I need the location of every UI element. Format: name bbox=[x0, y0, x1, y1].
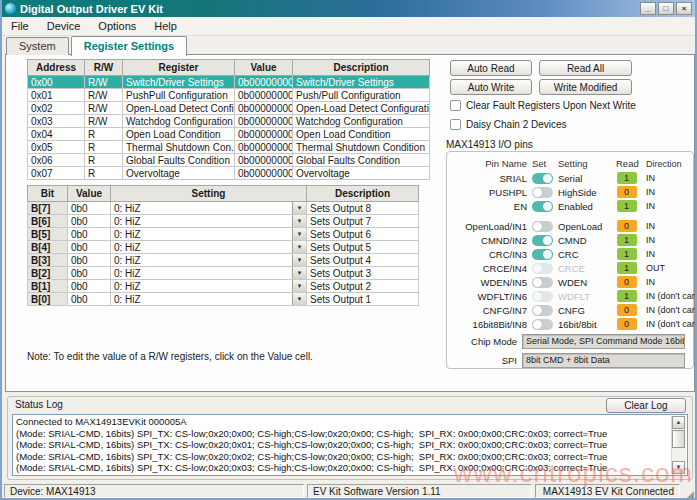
cell-bit-value[interactable]: 0b0 bbox=[68, 280, 111, 293]
setting-combobox[interactable]: 0: HiZ▼ bbox=[111, 202, 306, 214]
cell-bit-value[interactable]: 0b0 bbox=[68, 241, 111, 254]
setting-combobox[interactable]: 0: HiZ▼ bbox=[111, 280, 306, 292]
register-row[interactable]: 0x07ROvervoltage0b00000000Overvoltage bbox=[28, 167, 430, 180]
pin-toggle[interactable] bbox=[532, 235, 553, 246]
cell-value[interactable]: 0b00000000 bbox=[235, 115, 293, 128]
auto-read-button[interactable]: Auto Read bbox=[450, 60, 532, 76]
cell-register[interactable]: Watchdog Configuration bbox=[123, 115, 235, 128]
cell-register[interactable]: Thermal Shutdown Con... bbox=[123, 141, 235, 154]
chevron-down-icon[interactable]: ▼ bbox=[292, 202, 306, 214]
cell-value[interactable]: 0b00000000 bbox=[235, 128, 293, 141]
cell-description[interactable]: Global Faults Condition bbox=[293, 154, 430, 167]
register-row[interactable]: 0x00R/WSwitch/Driver Settings0b00000000S… bbox=[28, 76, 430, 89]
cell-description[interactable]: Push/Pull Configuration bbox=[293, 89, 430, 102]
cell-description[interactable]: Thermal Shutdown Condition bbox=[293, 141, 430, 154]
title-bar[interactable]: Digital Output Driver EV Kit _ □ × bbox=[2, 0, 695, 17]
auto-write-button[interactable]: Auto Write bbox=[450, 79, 532, 95]
setting-combobox[interactable]: 0: HiZ▼ bbox=[111, 293, 306, 305]
status-log-box[interactable]: Connected to MAX14913EVKit 000005A (Mode… bbox=[12, 414, 688, 476]
read-all-button[interactable]: Read All bbox=[539, 60, 632, 76]
register-row[interactable]: 0x05RThermal Shutdown Con...0b00000000Th… bbox=[28, 141, 430, 154]
cell-rw[interactable]: R bbox=[85, 128, 123, 141]
cell-bit-value[interactable]: 0b0 bbox=[68, 254, 111, 267]
cell-rw[interactable]: R/W bbox=[85, 115, 123, 128]
pin-toggle[interactable] bbox=[532, 277, 553, 288]
register-row[interactable]: 0x03R/WWatchdog Configuration0b00000000W… bbox=[28, 115, 430, 128]
chevron-down-icon[interactable]: ▼ bbox=[292, 293, 306, 305]
scroll-down-icon[interactable]: ▼ bbox=[672, 461, 685, 474]
chevron-down-icon[interactable]: ▼ bbox=[292, 280, 306, 292]
cell-address[interactable]: 0x01 bbox=[28, 89, 85, 102]
cell-description[interactable]: Open-Load Detect Configuration bbox=[293, 102, 430, 115]
cell-address[interactable]: 0x03 bbox=[28, 115, 85, 128]
menu-file[interactable]: File bbox=[2, 18, 38, 34]
cell-bit-value[interactable]: 0b0 bbox=[68, 267, 111, 280]
clear-log-button[interactable]: Clear Log bbox=[606, 398, 686, 413]
chevron-down-icon[interactable]: ▼ bbox=[292, 215, 306, 227]
pin-toggle[interactable] bbox=[532, 201, 553, 212]
pin-toggle[interactable] bbox=[532, 319, 553, 330]
cell-value[interactable]: 0b00000000 bbox=[235, 89, 293, 102]
setting-combobox[interactable]: 0: HiZ▼ bbox=[111, 267, 306, 279]
cell-address[interactable]: 0x05 bbox=[28, 141, 85, 154]
setting-combobox[interactable]: 0: HiZ▼ bbox=[111, 215, 306, 227]
setting-combobox[interactable]: 0: HiZ▼ bbox=[111, 241, 306, 253]
resize-grip[interactable]: ◢ bbox=[681, 483, 695, 499]
tab-system[interactable]: System bbox=[6, 37, 69, 55]
cell-bit-value[interactable]: 0b0 bbox=[68, 293, 111, 306]
register-row[interactable]: 0x06RGlobal Faults Condition0b00000000Gl… bbox=[28, 154, 430, 167]
menu-help[interactable]: Help bbox=[145, 18, 186, 34]
cell-value[interactable]: 0b00000000 bbox=[235, 76, 293, 89]
cell-value[interactable]: 0b00000000 bbox=[235, 154, 293, 167]
chevron-down-icon[interactable]: ▼ bbox=[292, 228, 306, 240]
cell-description[interactable]: Open Load Condition bbox=[293, 128, 430, 141]
cell-rw[interactable]: R/W bbox=[85, 89, 123, 102]
chevron-down-icon[interactable]: ▼ bbox=[292, 267, 306, 279]
menu-device[interactable]: Device bbox=[38, 18, 90, 34]
cell-register[interactable]: Global Faults Condition bbox=[123, 154, 235, 167]
scrollbar-thumb[interactable] bbox=[672, 430, 685, 448]
clear-fault-checkbox[interactable] bbox=[450, 100, 461, 111]
pin-toggle[interactable] bbox=[532, 221, 553, 232]
cell-register[interactable]: Switch/Driver Settings bbox=[123, 76, 235, 89]
minimize-button[interactable]: _ bbox=[640, 2, 656, 15]
chevron-down-icon[interactable]: ▼ bbox=[292, 254, 306, 266]
setting-combobox[interactable]: 0: HiZ▼ bbox=[111, 228, 306, 240]
pin-toggle[interactable] bbox=[532, 249, 553, 260]
cell-rw[interactable]: R bbox=[85, 167, 123, 180]
cell-description[interactable]: Overvoltage bbox=[293, 167, 430, 180]
cell-address[interactable]: 0x07 bbox=[28, 167, 85, 180]
cell-rw[interactable]: R/W bbox=[85, 102, 123, 115]
cell-register[interactable]: Open-Load Detect Confi... bbox=[123, 102, 235, 115]
cell-bit-value[interactable]: 0b0 bbox=[68, 202, 111, 215]
cell-bit-value[interactable]: 0b0 bbox=[68, 228, 111, 241]
cell-address[interactable]: 0x02 bbox=[28, 102, 85, 115]
cell-rw[interactable]: R bbox=[85, 154, 123, 167]
cell-description[interactable]: Switch/Driver Settings bbox=[293, 76, 430, 89]
register-row[interactable]: 0x01R/WPushPull Configuration0b00000000P… bbox=[28, 89, 430, 102]
log-scrollbar[interactable]: ▲ ▼ bbox=[671, 416, 686, 474]
register-row[interactable]: 0x04ROpen Load Condition0b00000000Open L… bbox=[28, 128, 430, 141]
tab-register-settings[interactable]: Register Settings bbox=[71, 36, 187, 56]
write-modified-button[interactable]: Write Modified bbox=[539, 79, 632, 95]
cell-register[interactable]: PushPull Configuration bbox=[123, 89, 235, 102]
cell-value[interactable]: 0b00000000 bbox=[235, 141, 293, 154]
cell-rw[interactable]: R bbox=[85, 141, 123, 154]
cell-register[interactable]: Open Load Condition bbox=[123, 128, 235, 141]
pin-toggle[interactable] bbox=[532, 173, 553, 184]
register-row[interactable]: 0x02R/WOpen-Load Detect Confi...0b000000… bbox=[28, 102, 430, 115]
pin-toggle[interactable] bbox=[532, 305, 553, 316]
cell-value[interactable]: 0b00000000 bbox=[235, 102, 293, 115]
cell-bit-value[interactable]: 0b0 bbox=[68, 215, 111, 228]
cell-value[interactable]: 0b00000000 bbox=[235, 167, 293, 180]
cell-address[interactable]: 0x06 bbox=[28, 154, 85, 167]
daisy-chain-checkbox[interactable] bbox=[450, 119, 461, 130]
menu-options[interactable]: Options bbox=[89, 18, 145, 34]
scroll-up-icon[interactable]: ▲ bbox=[672, 416, 685, 429]
chevron-down-icon[interactable]: ▼ bbox=[292, 241, 306, 253]
close-button[interactable]: × bbox=[676, 2, 692, 15]
cell-address[interactable]: 0x00 bbox=[28, 76, 85, 89]
cell-register[interactable]: Overvoltage bbox=[123, 167, 235, 180]
cell-description[interactable]: Watchdog Configuration bbox=[293, 115, 430, 128]
setting-combobox[interactable]: 0: HiZ▼ bbox=[111, 254, 306, 266]
